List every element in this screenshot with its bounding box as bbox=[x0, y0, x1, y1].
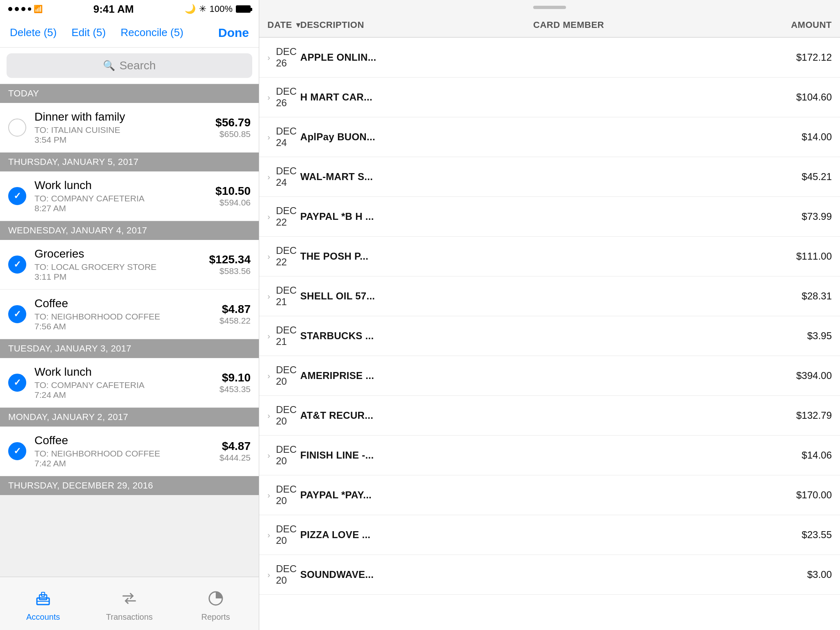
row-date-cell: ›DEC 20 bbox=[267, 484, 300, 507]
transaction-balance: $594.06 bbox=[215, 198, 251, 208]
checkmark-icon: ✓ bbox=[14, 446, 21, 457]
row-date-cell: ›DEC 20 bbox=[267, 364, 300, 387]
row-amount: $394.00 bbox=[766, 370, 832, 381]
checkmark-icon: ✓ bbox=[14, 259, 21, 270]
transaction-sub: TO: LOCAL GROCERY STORE 3:11 PM bbox=[34, 262, 209, 282]
section-header: TUESDAY, JANUARY 3, 2017 bbox=[0, 339, 259, 358]
tab-item-accounts[interactable]: Accounts bbox=[0, 586, 86, 622]
row-amount: $111.00 bbox=[766, 251, 832, 262]
table-row[interactable]: ›DEC 21STARBUCKS ...$3.95 bbox=[259, 316, 840, 356]
signal-area: 📶 bbox=[8, 5, 43, 14]
transaction-checkbox[interactable]: ✓ bbox=[8, 374, 26, 392]
row-chevron-icon: › bbox=[267, 411, 270, 420]
row-description: SOUNDWAVE... bbox=[300, 569, 533, 580]
row-date-cell: ›DEC 20 bbox=[267, 444, 300, 467]
row-description: PAYPAL *B H ... bbox=[300, 211, 533, 222]
clock: 9:41 AM bbox=[93, 3, 134, 16]
row-chevron-icon: › bbox=[267, 331, 270, 341]
drag-handle-area bbox=[259, 0, 840, 13]
row-amount: $14.00 bbox=[766, 131, 832, 143]
list-item[interactable]: ✓Work lunchTO: COMPANY CAFETERIA 7:24 AM… bbox=[0, 358, 259, 408]
transaction-amount: $125.34 bbox=[209, 253, 251, 266]
row-date: DEC 21 bbox=[276, 324, 300, 347]
row-date: DEC 20 bbox=[276, 563, 300, 586]
row-date-cell: ›DEC 20 bbox=[267, 563, 300, 586]
section-header: THURSDAY, JANUARY 5, 2017 bbox=[0, 153, 259, 171]
transaction-checkbox[interactable] bbox=[8, 119, 26, 137]
transaction-amount: $9.10 bbox=[219, 371, 251, 384]
row-description: AT&T RECUR... bbox=[300, 410, 533, 421]
table-row[interactable]: ›DEC 26H MART CAR...$104.60 bbox=[259, 78, 840, 117]
row-date: DEC 20 bbox=[276, 404, 300, 427]
row-date: DEC 20 bbox=[276, 444, 300, 467]
row-date-cell: ›DEC 20 bbox=[267, 404, 300, 427]
transaction-amounts: $4.87$444.25 bbox=[219, 440, 251, 463]
search-bar[interactable]: 🔍 Search bbox=[7, 53, 252, 78]
list-item[interactable]: ✓Work lunchTO: COMPANY CAFETERIA 8:27 AM… bbox=[0, 171, 259, 221]
table-row[interactable]: ›DEC 20PIZZA LOVE ...$23.55 bbox=[259, 515, 840, 555]
transaction-sub: TO: ITALIAN CUISINE 3:54 PM bbox=[34, 125, 215, 145]
tab-bar: Accounts Transactions Reports bbox=[0, 577, 259, 630]
transaction-checkbox[interactable]: ✓ bbox=[8, 305, 26, 323]
table-row[interactable]: ›DEC 24WAL-MART S...$45.21 bbox=[259, 157, 840, 197]
tab-item-transactions[interactable]: Transactions bbox=[86, 586, 172, 622]
drag-handle-bar bbox=[533, 6, 566, 9]
transaction-amounts: $56.79$650.85 bbox=[215, 116, 251, 139]
table-row[interactable]: ›DEC 20PAYPAL *PAY...$170.00 bbox=[259, 475, 840, 515]
row-date-cell: ›DEC 26 bbox=[267, 86, 300, 109]
search-icon: 🔍 bbox=[103, 60, 115, 71]
table-row[interactable]: ›DEC 22PAYPAL *B H ...$73.99 bbox=[259, 197, 840, 237]
reconcile-button[interactable]: Reconcile (5) bbox=[121, 26, 183, 39]
transaction-details: Work lunchTO: COMPANY CAFETERIA 7:24 AM bbox=[34, 365, 219, 400]
row-date: DEC 20 bbox=[276, 523, 300, 546]
edit-button[interactable]: Edit (5) bbox=[71, 26, 106, 39]
table-row[interactable]: ›DEC 20AMERIPRISE ...$394.00 bbox=[259, 356, 840, 396]
checkmark-icon: ✓ bbox=[14, 377, 21, 388]
row-amount: $28.31 bbox=[766, 290, 832, 302]
reports-tab-label: Reports bbox=[201, 612, 230, 622]
row-date-cell: ›DEC 21 bbox=[267, 285, 300, 308]
transaction-amounts: $9.10$453.35 bbox=[219, 371, 251, 394]
header-description[interactable]: DESCRIPTION bbox=[300, 20, 533, 30]
transaction-sub: TO: COMPANY CAFETERIA 7:24 AM bbox=[34, 380, 219, 400]
row-description: PIZZA LOVE ... bbox=[300, 529, 533, 541]
battery-percent: 100% bbox=[210, 4, 233, 14]
done-button[interactable]: Done bbox=[218, 26, 249, 40]
transaction-details: GroceriesTO: LOCAL GROCERY STORE 3:11 PM bbox=[34, 247, 209, 282]
row-amount: $23.55 bbox=[766, 529, 832, 541]
table-body: ›DEC 26APPLE ONLIN...$172.12›DEC 26H MAR… bbox=[259, 38, 840, 630]
row-date-cell: ›DEC 24 bbox=[267, 126, 300, 148]
row-description: APPLE ONLIN... bbox=[300, 52, 533, 63]
row-amount: $14.06 bbox=[766, 450, 832, 461]
table-row[interactable]: ›DEC 26APPLE ONLIN...$172.12 bbox=[259, 38, 840, 78]
table-row[interactable]: ›DEC 22THE POSH P...$111.00 bbox=[259, 237, 840, 276]
list-item[interactable]: Dinner with familyTO: ITALIAN CUISINE 3:… bbox=[0, 103, 259, 153]
list-item[interactable]: ✓CoffeeTO: NEIGHBORHOOD COFFEE 7:56 AM$4… bbox=[0, 290, 259, 339]
status-bar: 📶 9:41 AM 🌙 ✳ 100% bbox=[0, 0, 259, 18]
list-item[interactable]: ✓GroceriesTO: LOCAL GROCERY STORE 3:11 P… bbox=[0, 240, 259, 290]
header-amount[interactable]: AMOUNT bbox=[766, 20, 832, 30]
transaction-checkbox[interactable]: ✓ bbox=[8, 442, 26, 460]
transaction-name: Work lunch bbox=[34, 179, 215, 192]
table-row[interactable]: ›DEC 20AT&T RECUR...$132.79 bbox=[259, 396, 840, 436]
list-item[interactable]: ✓CoffeeTO: NEIGHBORHOOD COFFEE 7:42 AM$4… bbox=[0, 427, 259, 476]
table-row[interactable]: ›DEC 20FINISH LINE -...$14.06 bbox=[259, 436, 840, 475]
row-amount: $104.60 bbox=[766, 91, 832, 103]
section-header: TODAY bbox=[0, 84, 259, 103]
row-description: AplPay BUON... bbox=[300, 131, 533, 143]
row-date: DEC 22 bbox=[276, 205, 300, 228]
header-date[interactable]: DATE ▼ bbox=[267, 20, 300, 30]
table-row[interactable]: ›DEC 20SOUNDWAVE...$3.00 bbox=[259, 555, 840, 595]
checkmark-icon: ✓ bbox=[14, 191, 21, 201]
tab-item-reports[interactable]: Reports bbox=[173, 586, 259, 622]
header-card-member[interactable]: CARD MEMBER bbox=[533, 20, 766, 30]
transaction-checkbox[interactable]: ✓ bbox=[8, 187, 26, 205]
table-row[interactable]: ›DEC 24AplPay BUON...$14.00 bbox=[259, 117, 840, 157]
delete-button[interactable]: Delete (5) bbox=[10, 26, 57, 39]
row-chevron-icon: › bbox=[267, 451, 270, 460]
table-row[interactable]: ›DEC 21SHELL OIL 57...$28.31 bbox=[259, 276, 840, 316]
transaction-checkbox[interactable]: ✓ bbox=[8, 256, 26, 274]
transaction-amount: $10.50 bbox=[215, 185, 251, 198]
transaction-balance: $444.25 bbox=[219, 453, 251, 463]
transaction-details: CoffeeTO: NEIGHBORHOOD COFFEE 7:42 AM bbox=[34, 434, 219, 468]
